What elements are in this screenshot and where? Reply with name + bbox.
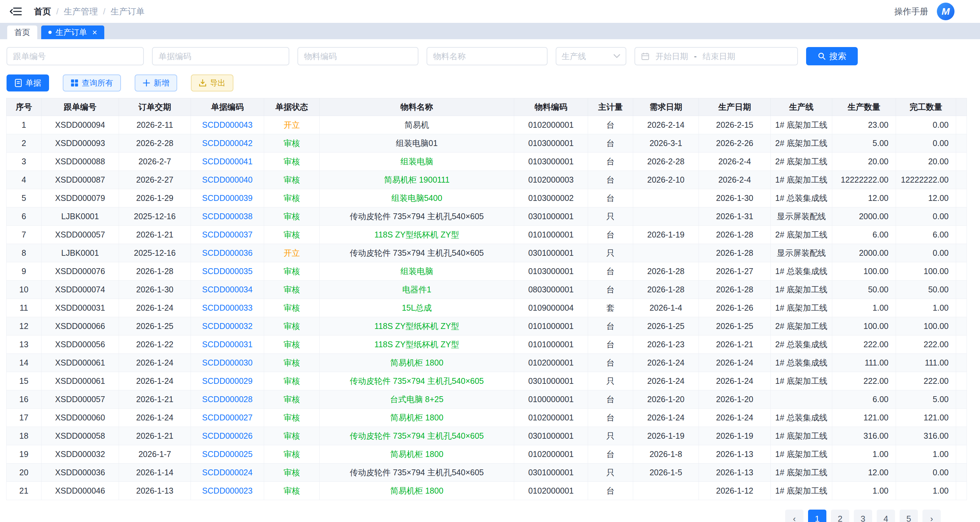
cell-doc-status: 审核 (264, 317, 320, 335)
cell-follow-no: XSDD000031 (41, 299, 119, 317)
col-demand-date: 需求日期 (633, 98, 699, 116)
tab-home[interactable]: 首页 (7, 25, 37, 39)
cell-seq: 15 (6, 372, 41, 390)
doc-code-link[interactable]: SCDD000025 (191, 445, 264, 463)
col-line: 生产线 (771, 98, 832, 116)
table-row: 15XSDD0000612026-1-24SCDD000029审核传动皮轮件 7… (6, 372, 967, 390)
cell-follow-no: XSDD000060 (41, 409, 119, 427)
cell-doc-status: 审核 (264, 482, 320, 500)
query-all-button[interactable]: 查询所有 (63, 75, 121, 92)
doc-code-link[interactable]: SCDD000028 (191, 390, 264, 409)
search-button[interactable]: 搜索 (806, 47, 858, 65)
date-range-picker[interactable]: 开始日期 - 结束日期 (635, 47, 798, 65)
page-button-2[interactable]: 2 (831, 509, 849, 522)
cell-order-date: 2026-1-21 (119, 427, 191, 445)
cell-follow-no: XSDD000079 (41, 189, 119, 208)
doc-code-link[interactable]: SCDD000040 (191, 171, 264, 189)
cell-done-qty: 0.00 (896, 134, 956, 152)
follow-no-input[interactable] (6, 47, 144, 65)
cell-material-name: 传动皮轮件 735×794 主机孔540×605 (320, 244, 514, 262)
cell-follow-no: XSDD000057 (41, 390, 119, 409)
cell-unit: 台 (588, 354, 633, 372)
cell-material-name: 118S ZY型纸杯机 ZY型 (320, 335, 514, 354)
production-line-select[interactable]: 生产线 (556, 47, 626, 65)
breadcrumb-production-order[interactable]: 生产订单 (110, 6, 145, 17)
cell-doc-status: 审核 (264, 409, 320, 427)
breadcrumb-separator: / (103, 6, 105, 17)
material-code-input[interactable] (298, 47, 418, 65)
add-button[interactable]: 新增 (135, 75, 177, 92)
pagination: ‹12345› (785, 509, 941, 522)
table-header-row: 序号 跟单编号 订单交期 单据编码 单据状态 物料名称 物料编码 主计量 需求日… (6, 98, 967, 116)
cell-follow-no: XSDD000088 (41, 152, 119, 171)
breadcrumb-home[interactable]: 首页 (34, 6, 51, 17)
doc-code-link[interactable]: SCDD000036 (191, 244, 264, 262)
scrollbar-gutter-cell (956, 463, 967, 482)
doc-code-link[interactable]: SCDD000041 (191, 152, 264, 171)
table-row: 8LJBK00012025-12-16SCDD000036开立传动皮轮件 735… (6, 244, 967, 262)
cell-order-date: 2026-1-21 (119, 226, 191, 244)
tab-production-order[interactable]: 生产订单 × (41, 25, 104, 39)
page-button-1[interactable]: 1 (808, 509, 826, 522)
doc-code-link[interactable]: SCDD000034 (191, 281, 264, 299)
page-button-4[interactable]: 4 (877, 509, 895, 522)
cell-line: 1# 底架加工线 (771, 463, 832, 482)
breadcrumb-production-management[interactable]: 生产管理 (64, 6, 98, 17)
cell-demand-date: 2026-1-24 (633, 409, 699, 427)
cell-line: 1# 底架加工线 (771, 445, 832, 463)
table-row: 11XSDD0000312026-1-24SCDD000033审核15L总成01… (6, 299, 967, 317)
cell-prod-qty: 1.00 (832, 482, 896, 500)
doc-code-link[interactable]: SCDD000038 (191, 208, 264, 226)
cell-seq: 3 (6, 152, 41, 171)
doc-code-link[interactable]: SCDD000039 (191, 189, 264, 208)
cell-prod-date: 2026-1-24 (699, 354, 771, 372)
doc-code-link[interactable]: SCDD000031 (191, 335, 264, 354)
cell-order-date: 2026-1-7 (119, 445, 191, 463)
cell-prod-qty: 100.00 (832, 317, 896, 335)
pagination-next[interactable]: › (923, 509, 941, 522)
operation-manual-link[interactable]: 操作手册 (894, 6, 928, 17)
cell-material-name: 简易机柜 1800 (320, 482, 514, 500)
avatar[interactable]: M (937, 3, 955, 20)
page-button-3[interactable]: 3 (854, 509, 872, 522)
cell-demand-date: 2026-1-19 (633, 427, 699, 445)
page-button-5[interactable]: 5 (900, 509, 918, 522)
document-button[interactable]: 单据 (6, 75, 49, 92)
cell-follow-no: XSDD000066 (41, 317, 119, 335)
cell-demand-date: 2026-1-28 (633, 262, 699, 281)
doc-code-link[interactable]: SCDD000029 (191, 372, 264, 390)
doc-code-link[interactable]: SCDD000023 (191, 482, 264, 500)
export-button[interactable]: 导出 (191, 75, 233, 92)
close-icon[interactable]: × (92, 28, 97, 36)
doc-code-link[interactable]: SCDD000024 (191, 463, 264, 482)
cell-done-qty: 12222222.00 (896, 171, 956, 189)
doc-code-link[interactable]: SCDD000033 (191, 299, 264, 317)
pagination-prev[interactable]: ‹ (785, 509, 803, 522)
menu-fold-icon[interactable] (10, 6, 23, 17)
doc-code-link[interactable]: SCDD000027 (191, 409, 264, 427)
cell-seq: 9 (6, 262, 41, 281)
cell-seq: 21 (6, 482, 41, 500)
cell-material-code: 0102000001 (514, 116, 588, 134)
cell-prod-date: 2026-1-24 (699, 409, 771, 427)
doc-code-link[interactable]: SCDD000030 (191, 354, 264, 372)
doc-code-input[interactable] (152, 47, 289, 65)
doc-code-link[interactable]: SCDD000037 (191, 226, 264, 244)
cell-done-qty: 100.00 (896, 317, 956, 335)
material-name-input[interactable] (426, 47, 547, 65)
cell-material-code: 0301000001 (514, 463, 588, 482)
col-prod-date: 生产日期 (699, 98, 771, 116)
table-row: 2XSDD0000932026-2-28SCDD000042审核组装电脑0101… (6, 134, 967, 152)
plus-icon (143, 79, 150, 87)
cell-seq: 8 (6, 244, 41, 262)
cell-doc-status: 审核 (264, 262, 320, 281)
table-row: 19XSDD0000322026-1-7SCDD000025审核简易机柜 180… (6, 445, 967, 463)
doc-code-link[interactable]: SCDD000043 (191, 116, 264, 134)
doc-code-link[interactable]: SCDD000032 (191, 317, 264, 335)
cell-prod-date: 2026-2-4 (699, 171, 771, 189)
doc-code-link[interactable]: SCDD000042 (191, 134, 264, 152)
scrollbar-gutter-cell (956, 208, 967, 226)
doc-code-link[interactable]: SCDD000026 (191, 427, 264, 445)
doc-code-link[interactable]: SCDD000035 (191, 262, 264, 281)
end-date-placeholder: 结束日期 (703, 51, 735, 62)
